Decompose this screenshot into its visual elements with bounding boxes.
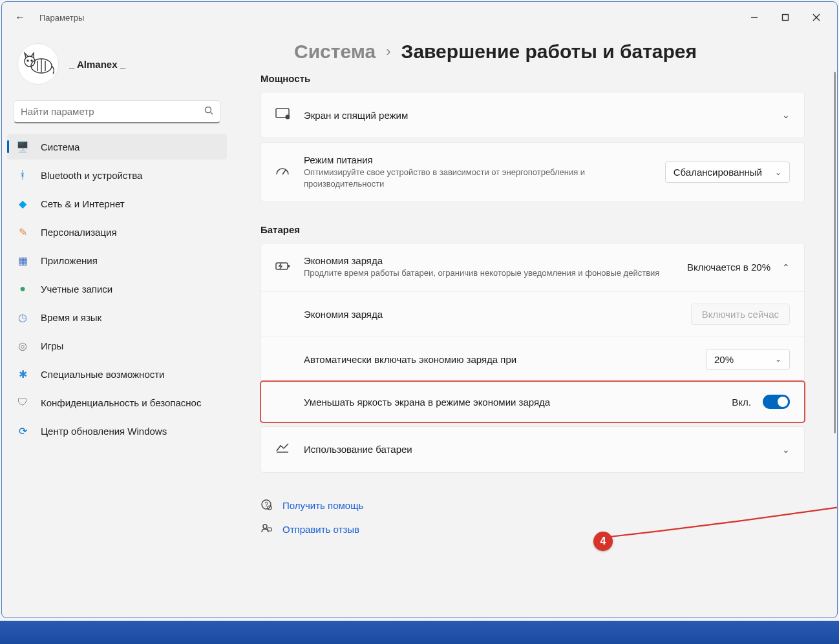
auto-threshold-dropdown[interactable]: 20% ⌄ — [706, 349, 790, 370]
auto-threshold-label: Автоматически включать экономию заряда п… — [304, 354, 706, 365]
nav-item-0[interactable]: 🖥️Система — [7, 134, 227, 160]
feedback-icon — [260, 523, 272, 536]
profile-block[interactable]: _ Almanex _ — [7, 33, 227, 100]
row-auto-threshold: Автоматически включать экономию заряда п… — [261, 337, 804, 382]
power-mode-desc: Оптимизируйте свое устройство в зависимо… — [304, 167, 665, 190]
nav-label: Учетные записи — [41, 284, 112, 295]
turn-on-now-button[interactable]: Включить сейчас — [691, 304, 790, 325]
chevron-up-icon: ⌃ — [782, 262, 790, 273]
chevron-down-icon: ⌄ — [775, 168, 781, 177]
search-icon — [204, 106, 213, 117]
help-links: ? Получить помощь Отправить отзыв — [260, 493, 805, 541]
help-link-get-help[interactable]: ? Получить помощь — [260, 493, 805, 517]
battery-saver-desc: Продлите время работы батареи, ограничив… — [304, 267, 687, 279]
nav-icon: 🛡 — [16, 396, 29, 409]
nav-item-4[interactable]: ▦Приложения — [7, 247, 227, 273]
close-icon — [812, 14, 820, 21]
breadcrumb: Система › Завершение работы и батарея — [294, 41, 805, 63]
nav-item-5[interactable]: ●Учетные записи — [7, 276, 227, 302]
help-link-feedback[interactable]: Отправить отзыв — [260, 517, 805, 541]
econ-now-label: Экономия заряда — [304, 309, 691, 320]
nav-icon: ▦ — [16, 254, 29, 267]
card-power-mode: Режим питания Оптимизируйте свое устройс… — [260, 142, 805, 202]
svg-point-10 — [31, 60, 32, 61]
screen-sleep-title: Экран и спящий режим — [304, 110, 774, 121]
nav-item-3[interactable]: ✎Персонализация — [7, 219, 227, 245]
power-mode-dropdown[interactable]: Сбалансированный ⌄ — [665, 161, 790, 183]
settings-window: ← Параметры — [1, 1, 838, 618]
search-input[interactable] — [21, 106, 204, 117]
nav-icon: ● — [16, 282, 29, 295]
nav-item-9[interactable]: 🛡Конфиденциальность и безопаснос — [7, 390, 227, 415]
nav-label: Центр обновления Windows — [41, 426, 167, 437]
row-lower-brightness: Уменьшать яркость экрана в режиме эконом… — [261, 382, 804, 422]
close-button[interactable] — [801, 5, 832, 30]
nav-item-10[interactable]: ⟳Центр обновления Windows — [7, 418, 227, 444]
nav-item-2[interactable]: ◆Сеть & и Интернет — [7, 191, 227, 216]
row-econ-now: Экономия заряда Включить сейчас — [261, 291, 804, 337]
nav-label: Конфиденциальность и безопаснос — [41, 397, 201, 408]
titlebar: ← Параметры — [2, 2, 837, 33]
nav-label: Система — [41, 141, 80, 152]
taskbar — [0, 621, 839, 644]
nav-item-7[interactable]: ◎Игры — [7, 333, 227, 358]
battery-saver-title: Экономия заряда — [304, 255, 687, 266]
nav-label: Специальные возможности — [41, 369, 165, 380]
lower-brightness-label: Уменьшать яркость экрана в режиме эконом… — [304, 397, 732, 408]
nav-item-6[interactable]: ◷Время и язык — [7, 304, 227, 330]
chevron-down-icon: ⌄ — [775, 355, 781, 364]
get-help-link[interactable]: Получить помощь — [282, 500, 363, 511]
app-title: Параметры — [39, 13, 739, 23]
nav-icon: ✎ — [16, 225, 29, 238]
lower-brightness-toggle[interactable] — [763, 395, 790, 409]
nav-label: Время и язык — [41, 312, 101, 323]
avatar-cat-icon — [22, 52, 54, 76]
feedback-link[interactable]: Отправить отзыв — [282, 524, 359, 535]
username: _ Almanex _ — [69, 59, 125, 70]
toggle-state-label: Вкл. — [732, 397, 751, 408]
nav-icon: ◆ — [16, 197, 29, 210]
battery-usage-title: Использование батареи — [304, 444, 774, 455]
nav-icon: 🖥️ — [16, 140, 29, 153]
breadcrumb-parent[interactable]: Система — [294, 41, 376, 63]
section-power-label: Мощность — [260, 73, 805, 84]
battery-saver-header[interactable]: Экономия заряда Продлите время работы ба… — [261, 244, 804, 291]
scrollbar[interactable] — [834, 72, 836, 433]
nav-item-8[interactable]: ✱Специальные возможности — [7, 361, 227, 387]
nav-label: Bluetooth и устройства — [41, 170, 142, 181]
svg-point-22 — [263, 525, 267, 528]
minimize-icon — [750, 14, 758, 21]
svg-point-14 — [286, 114, 290, 119]
minimize-button[interactable] — [739, 5, 770, 30]
nav-icon: ◎ — [16, 339, 29, 352]
maximize-button[interactable] — [770, 5, 801, 30]
nav-label: Приложения — [41, 255, 98, 266]
chevron-right-icon: › — [386, 43, 390, 60]
chart-icon — [275, 442, 292, 457]
chevron-down-icon: ⌄ — [782, 444, 790, 455]
window-controls — [739, 5, 832, 30]
chevron-down-icon: ⌄ — [782, 110, 790, 120]
card-battery-usage[interactable]: Использование батареи ⌄ — [260, 426, 805, 473]
gauge-icon — [275, 165, 292, 179]
search-box[interactable] — [14, 100, 220, 123]
back-button[interactable]: ← — [15, 8, 30, 27]
nav-icon: ✱ — [16, 368, 29, 380]
nav-icon: ⟳ — [16, 424, 29, 437]
svg-rect-1 — [783, 15, 789, 21]
screen-sleep-icon — [275, 108, 292, 123]
card-screen-sleep[interactable]: Экран и спящий режим ⌄ — [260, 92, 805, 138]
nav-icon: ◷ — [16, 311, 29, 324]
svg-line-15 — [282, 170, 286, 174]
svg-rect-17 — [288, 265, 290, 267]
nav-label: Сеть & и Интернет — [41, 198, 125, 209]
battery-saver-icon — [275, 260, 292, 274]
nav-label: Персонализация — [41, 227, 117, 238]
power-mode-value: Сбалансированный — [674, 167, 762, 178]
battery-saver-status: Включается в 20% — [687, 262, 770, 273]
nav-item-1[interactable]: ᚼBluetooth и устройства — [7, 162, 227, 188]
nav-list: 🖥️СистемаᚼBluetooth и устройства◆Сеть & … — [7, 134, 227, 444]
svg-line-12 — [211, 112, 213, 115]
callout-badge: 4 — [593, 532, 613, 551]
auto-threshold-value: 20% — [714, 354, 734, 365]
